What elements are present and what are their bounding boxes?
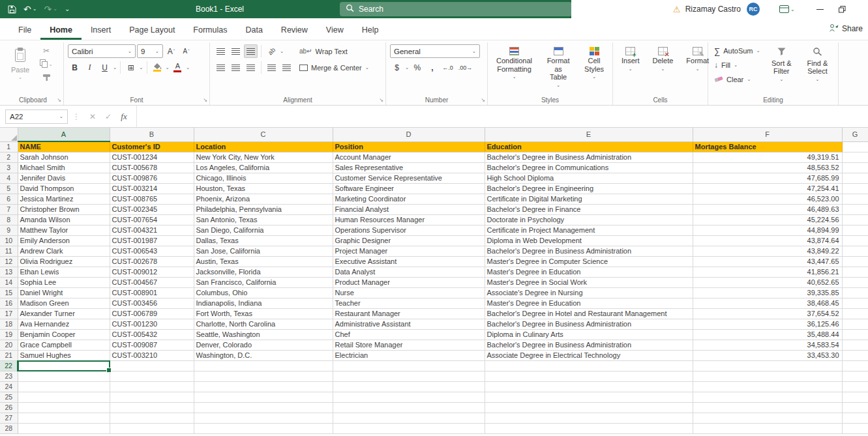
- cell[interactable]: [110, 382, 194, 392]
- cell[interactable]: 47,685.99: [693, 173, 842, 184]
- row-header-13[interactable]: 13: [0, 267, 18, 278]
- cell[interactable]: Master's Degree in Education: [485, 267, 693, 278]
- autosum-button[interactable]: ∑AutoSum⌄: [712, 44, 762, 57]
- cell[interactable]: San Francisco, California: [194, 278, 333, 288]
- cell[interactable]: Charlotte, North Carolina: [194, 319, 333, 330]
- fill-button[interactable]: ↓Fill⌄: [712, 59, 762, 72]
- row-header-24[interactable]: 24: [0, 382, 18, 392]
- cell[interactable]: High School Diploma: [485, 173, 693, 184]
- cell[interactable]: 43,874.64: [693, 236, 842, 246]
- increase-decimal-icon[interactable]: ←.0: [440, 61, 455, 74]
- cell[interactable]: [842, 361, 868, 371]
- cell[interactable]: Phoenix, Arizona: [194, 194, 333, 205]
- cell[interactable]: San Diego, California: [194, 225, 333, 236]
- name-box[interactable]: A22⌄: [5, 109, 68, 124]
- cell[interactable]: CUST-008765: [110, 194, 194, 205]
- cancel-entry-icon[interactable]: ✕: [85, 112, 100, 121]
- cell[interactable]: [110, 413, 194, 424]
- cell[interactable]: [842, 340, 868, 351]
- cell[interactable]: [18, 392, 110, 403]
- row-header-3[interactable]: 3: [0, 163, 18, 173]
- minimize-button[interactable]: [809, 0, 831, 18]
- row-header-18[interactable]: 18: [0, 319, 18, 330]
- cell[interactable]: [485, 361, 693, 371]
- font-name-select[interactable]: Calibri⌄: [68, 44, 136, 58]
- paste-button[interactable]: Paste ⌄: [7, 44, 34, 85]
- align-right-icon[interactable]: [244, 61, 258, 74]
- cell[interactable]: [333, 371, 485, 382]
- cell[interactable]: San Antonio, Texas: [194, 215, 333, 225]
- cell[interactable]: Sales Representative: [333, 163, 485, 173]
- column-header-E[interactable]: E: [485, 128, 693, 141]
- cell[interactable]: [333, 424, 485, 434]
- cell[interactable]: Financial Analyst: [333, 205, 485, 215]
- table-header-cell[interactable]: Customer's ID: [110, 141, 194, 153]
- row-header-1[interactable]: 1: [0, 141, 18, 153]
- cell[interactable]: Sophia Lee: [18, 278, 110, 288]
- clipboard-dialog-launcher-icon[interactable]: ↘: [57, 97, 61, 103]
- row-header-11[interactable]: 11: [0, 246, 18, 257]
- cell[interactable]: CUST-009876: [110, 173, 194, 184]
- cell[interactable]: Benjamin Cooper: [18, 330, 110, 340]
- table-header-cell[interactable]: Position: [333, 141, 485, 153]
- cell[interactable]: Diploma in Culinary Arts: [485, 330, 693, 340]
- cell[interactable]: [842, 424, 868, 434]
- cell[interactable]: [333, 361, 485, 371]
- cell[interactable]: 45,224.56: [693, 215, 842, 225]
- cell[interactable]: [842, 173, 868, 184]
- cell[interactable]: Los Angeles, California: [194, 163, 333, 173]
- cell[interactable]: [693, 403, 842, 413]
- cell[interactable]: Teacher: [333, 298, 485, 309]
- cell[interactable]: [842, 413, 868, 424]
- cell[interactable]: [842, 194, 868, 205]
- cell[interactable]: Operations Supervisor: [333, 225, 485, 236]
- bold-button[interactable]: B: [68, 61, 82, 74]
- cell[interactable]: Daniel Wright: [18, 288, 110, 298]
- cell[interactable]: [485, 371, 693, 382]
- decrease-font-icon[interactable]: Aˇ: [179, 44, 193, 58]
- cell[interactable]: [842, 246, 868, 257]
- cell[interactable]: [693, 371, 842, 382]
- number-dialog-launcher-icon[interactable]: ↘: [481, 97, 485, 103]
- cell[interactable]: [842, 225, 868, 236]
- cell[interactable]: Jacksonville, Florida: [194, 267, 333, 278]
- tab-file[interactable]: File: [9, 20, 40, 40]
- cell[interactable]: Grace Campbell: [18, 340, 110, 351]
- cell[interactable]: Fort Worth, Texas: [194, 309, 333, 319]
- cell[interactable]: CUST-009012: [110, 267, 194, 278]
- cell[interactable]: [194, 361, 333, 371]
- cell[interactable]: [18, 371, 110, 382]
- undo-icon[interactable]: ↶⌄: [23, 5, 37, 14]
- format-painter-button[interactable]: [38, 72, 55, 85]
- cell[interactable]: Restaurant Manager: [333, 309, 485, 319]
- cell[interactable]: Bachelor's Degree in Communications: [485, 163, 693, 173]
- table-header-cell[interactable]: Location: [194, 141, 333, 153]
- cell[interactable]: Bachelor's Degree in Engineering: [485, 184, 693, 194]
- cell[interactable]: CUST-001234: [110, 153, 194, 163]
- cell[interactable]: Graphic Designer: [333, 236, 485, 246]
- cell[interactable]: [333, 413, 485, 424]
- cell[interactable]: 48,563.52: [693, 163, 842, 173]
- font-size-select[interactable]: 9⌄: [137, 44, 163, 58]
- confirm-entry-icon[interactable]: ✓: [100, 112, 116, 121]
- cell[interactable]: San Jose, California: [194, 246, 333, 257]
- avatar[interactable]: RC: [747, 3, 760, 16]
- cell[interactable]: [485, 392, 693, 403]
- row-header-23[interactable]: 23: [0, 371, 18, 382]
- cell[interactable]: Madison Green: [18, 298, 110, 309]
- cell[interactable]: 47,254.41: [693, 184, 842, 194]
- cell[interactable]: CUST-002345: [110, 205, 194, 215]
- alert-warning-icon[interactable]: ⚠: [673, 5, 681, 14]
- cell[interactable]: [842, 351, 868, 361]
- cell[interactable]: [842, 309, 868, 319]
- cell[interactable]: [485, 413, 693, 424]
- cell[interactable]: Master's Degree in Education: [485, 298, 693, 309]
- column-header-F[interactable]: F: [693, 128, 842, 141]
- formula-input[interactable]: [136, 106, 868, 127]
- tab-view[interactable]: View: [317, 20, 353, 40]
- cell[interactable]: [693, 413, 842, 424]
- insert-cells-button[interactable]: ＋ Insert ⌄: [617, 44, 644, 74]
- cell[interactable]: Nurse: [333, 288, 485, 298]
- align-center-icon[interactable]: [229, 61, 243, 74]
- decrease-indent-icon[interactable]: [265, 61, 278, 74]
